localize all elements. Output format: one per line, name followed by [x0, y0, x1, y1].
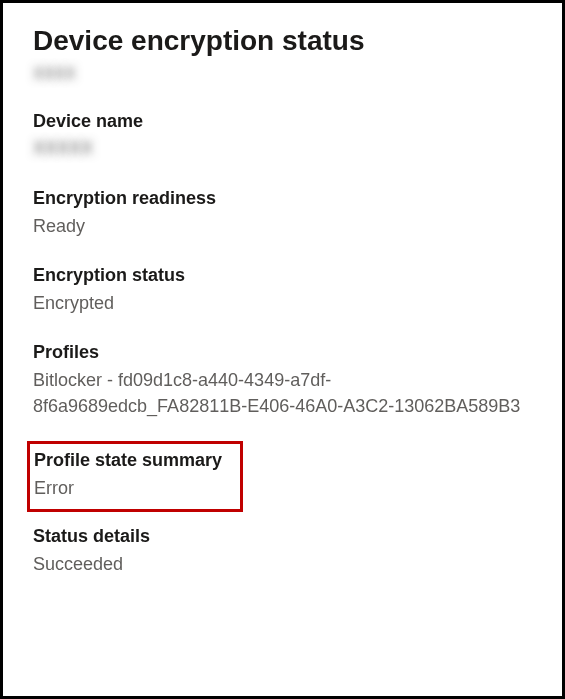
profile-state-summary-label: Profile state summary	[34, 450, 222, 471]
status-details-section: Status details Succeeded	[33, 526, 532, 577]
profile-state-summary-value: Error	[34, 475, 222, 501]
device-name-value: XXXXX	[33, 136, 93, 161]
device-name-label: Device name	[33, 111, 532, 132]
profile-state-summary-highlight: Profile state summary Error	[27, 441, 243, 512]
encryption-readiness-section: Encryption readiness Ready	[33, 188, 532, 239]
device-name-section: Device name XXXXX	[33, 111, 532, 161]
encryption-status-section: Encryption status Encrypted	[33, 265, 532, 316]
profiles-section: Profiles Bitlocker - fd09d1c8-a440-4349-…	[33, 342, 532, 419]
profiles-value: Bitlocker - fd09d1c8-a440-4349-a7df-8f6a…	[33, 367, 532, 419]
page-title: Device encryption status	[33, 25, 532, 57]
encryption-status-value: Encrypted	[33, 290, 532, 316]
redacted-subtitle: XXXX	[33, 63, 76, 85]
status-details-value: Succeeded	[33, 551, 532, 577]
status-details-label: Status details	[33, 526, 532, 547]
profiles-label: Profiles	[33, 342, 532, 363]
encryption-status-label: Encryption status	[33, 265, 532, 286]
encryption-readiness-value: Ready	[33, 213, 532, 239]
encryption-readiness-label: Encryption readiness	[33, 188, 532, 209]
